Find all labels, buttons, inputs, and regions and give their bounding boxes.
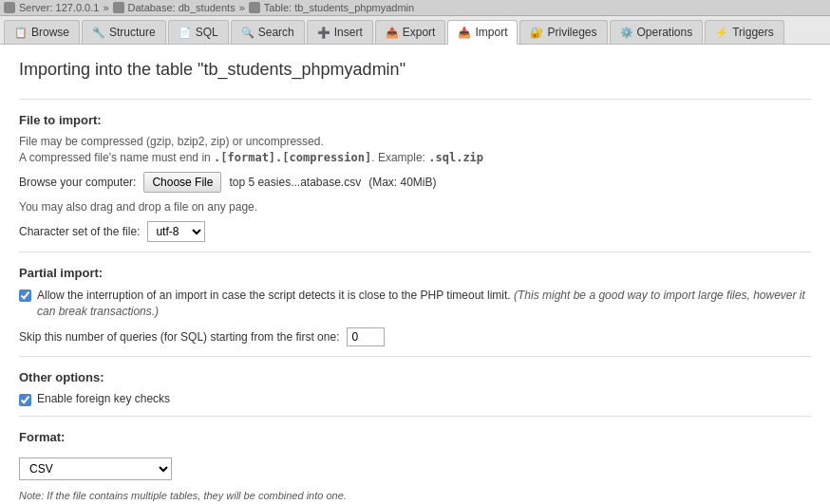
triggers-icon: ⚡: [715, 27, 728, 39]
tab-bar: 📋 Browse 🔧 Structure 📄 SQL 🔍 Search ➕ In…: [0, 16, 830, 45]
privileges-icon: 🔐: [530, 27, 543, 39]
tab-import[interactable]: 📥 Import: [447, 20, 518, 45]
charset-row: Character set of the file: utf-8 latin1 …: [19, 221, 811, 242]
search-icon: 🔍: [241, 27, 255, 39]
tab-export-label: Export: [403, 26, 436, 39]
tab-privileges[interactable]: 🔐 Privileges: [519, 20, 607, 44]
format-label: Format:: [19, 430, 811, 444]
page-title: Importing into the table "tb_students_ph…: [19, 60, 811, 80]
tab-search-label: Search: [258, 26, 294, 39]
operations-icon: ⚙️: [620, 27, 633, 39]
tab-sql-label: SQL: [196, 26, 218, 39]
browse-icon: 📋: [14, 27, 28, 39]
tab-search[interactable]: 🔍 Search: [231, 20, 305, 44]
partial-import-text: Allow the interruption of an import in c…: [37, 289, 511, 302]
tab-browse-label: Browse: [31, 26, 69, 39]
server-label: Server: 127.0.0.1: [19, 2, 99, 13]
tab-export[interactable]: 📤 Export: [375, 20, 446, 44]
table-icon: [249, 2, 260, 13]
compressed-format-row: A compressed file's name must end in .[f…: [19, 151, 811, 164]
section-divider-file: [19, 99, 811, 100]
sql-icon: 📄: [179, 27, 192, 39]
section-divider-other: [19, 356, 811, 357]
charset-label: Character set of the file:: [19, 225, 140, 238]
section-divider-partial: [19, 252, 811, 252]
file-import-label: File to import:: [19, 113, 811, 127]
partial-import-section: Partial import: Allow the interruption o…: [19, 266, 811, 346]
import-icon: 📥: [458, 27, 471, 39]
format-section: Format: CSV CSV using LOAD DATA JSON SQL: [19, 430, 811, 480]
table-label: Table: tb_students_phpmyadmin: [264, 2, 414, 13]
compressed-note: File may be compressed (gzip, bzip2, zip…: [19, 135, 811, 148]
tab-insert[interactable]: ➕ Insert: [307, 20, 373, 44]
tab-triggers[interactable]: ⚡ Triggers: [705, 20, 784, 44]
other-options-section: Other options: Enable foreign key checks: [19, 370, 811, 406]
file-import-section: File to import: File may be compressed (…: [19, 113, 811, 242]
tab-sql[interactable]: 📄 SQL: [168, 20, 229, 44]
structure-icon: 🔧: [92, 27, 105, 39]
main-content: Importing into the table "tb_students_ph…: [0, 45, 830, 504]
insert-icon: ➕: [317, 27, 330, 39]
export-icon: 📤: [386, 27, 399, 39]
foreign-key-label: Enable foreign key checks: [37, 392, 170, 405]
browse-label: Browse your computer:: [19, 176, 136, 189]
partial-import-checkbox[interactable]: [19, 289, 31, 302]
choose-file-button[interactable]: Choose File: [143, 172, 221, 193]
format-example-zip: .sql.zip: [428, 151, 483, 164]
format-select[interactable]: CSV CSV using LOAD DATA JSON SQL: [19, 457, 172, 480]
drag-drop-text: You may also drag and drop a file on any…: [19, 200, 811, 214]
tab-browse[interactable]: 📋 Browse: [4, 20, 80, 44]
tab-privileges-label: Privileges: [547, 26, 596, 39]
foreign-key-checkbox[interactable]: [19, 394, 31, 406]
tab-import-label: Import: [475, 26, 507, 39]
tab-operations[interactable]: ⚙️ Operations: [610, 20, 704, 44]
tab-operations-label: Operations: [637, 26, 693, 39]
tab-triggers-label: Triggers: [732, 26, 774, 39]
tab-structure[interactable]: 🔧 Structure: [82, 20, 166, 44]
database-icon: [113, 2, 124, 13]
partial-import-checkbox-label: Allow the interruption of an import in c…: [37, 288, 811, 320]
skip-input[interactable]: [347, 327, 385, 346]
skip-label: Skip this number of queries (for SQL) st…: [19, 330, 339, 344]
max-size: (Max: 40MiB): [368, 176, 436, 189]
tab-structure-label: Structure: [109, 26, 156, 39]
charset-select[interactable]: utf-8 latin1 utf-16: [147, 221, 205, 242]
skip-row: Skip this number of queries (for SQL) st…: [19, 327, 811, 346]
database-label: Database: db_students: [128, 2, 236, 13]
partial-import-label: Partial import:: [19, 266, 811, 280]
section-divider-format: [19, 416, 811, 417]
file-name: top 5 easies...atabase.csv: [229, 176, 361, 189]
foreign-key-checkbox-row: Enable foreign key checks: [19, 392, 811, 406]
browse-row: Browse your computer: Choose File top 5 …: [19, 172, 811, 193]
tab-insert-label: Insert: [334, 26, 363, 39]
format-example: .[format].[compression]: [214, 151, 371, 164]
partial-import-checkbox-row: Allow the interruption of an import in c…: [19, 288, 811, 320]
note-text: Note: If the file contains multiple tabl…: [19, 490, 811, 501]
server-icon: [4, 2, 15, 13]
breadcrumb: Server: 127.0.0.1 » Database: db_student…: [0, 0, 830, 16]
other-options-label: Other options:: [19, 370, 811, 384]
